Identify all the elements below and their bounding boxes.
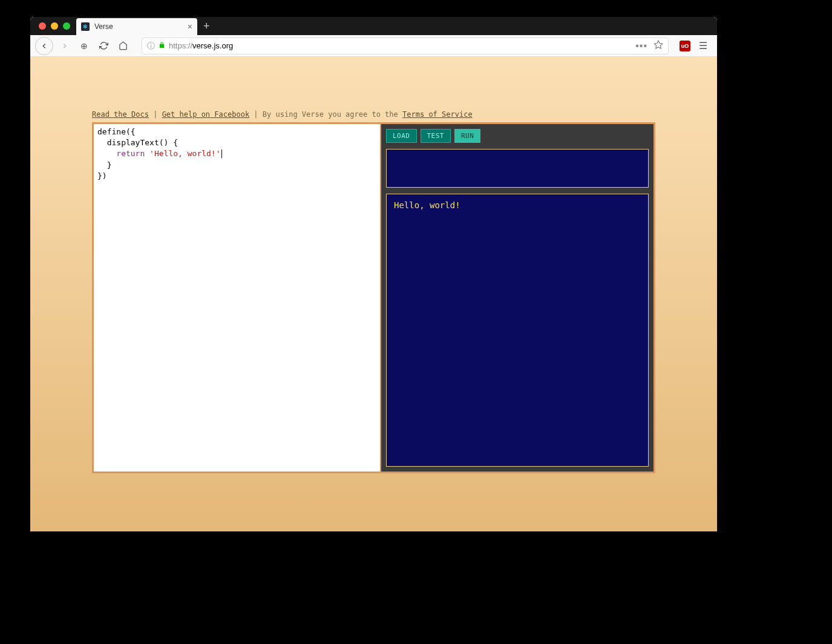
forward-button[interactable] xyxy=(57,38,73,54)
code-line: define({ xyxy=(97,127,136,136)
app-menu-button[interactable]: ☰ xyxy=(694,40,712,51)
code-editor[interactable]: define({ displayText() { return 'Hello, … xyxy=(94,124,381,472)
page-actions-button[interactable]: ••• xyxy=(635,41,647,51)
agree-text: By using Verse you agree to the xyxy=(263,110,398,119)
arrow-left-icon xyxy=(40,42,48,50)
output-panel-main: Hello, world! xyxy=(386,194,649,467)
output-panel-top xyxy=(386,149,649,188)
traffic-lights xyxy=(35,22,76,30)
ublock-label: uO xyxy=(681,43,689,49)
browser-tab[interactable]: ✻ Verse × xyxy=(76,18,197,35)
test-button[interactable]: TEST xyxy=(421,129,451,143)
code-line: } xyxy=(107,160,112,169)
code-line: }) xyxy=(97,171,107,180)
run-pane: LOAD TEST RUN Hello, world! xyxy=(381,124,653,472)
star-icon xyxy=(653,40,663,50)
code-line: return 'Hello, world!' xyxy=(116,149,221,158)
window-zoom-button[interactable] xyxy=(63,22,70,30)
arrow-right-icon xyxy=(61,42,69,50)
docs-link[interactable]: Read the Docs xyxy=(92,110,149,119)
page-content: Read the Docs | Get help on Facebook | B… xyxy=(30,57,717,531)
separator: | xyxy=(254,110,262,119)
ide-frame: define({ displayText() { return 'Hello, … xyxy=(92,122,655,473)
back-button[interactable] xyxy=(35,37,53,55)
site-info-icon[interactable]: ⓘ xyxy=(147,41,155,51)
ublock-extension-button[interactable]: uO xyxy=(680,41,690,51)
new-tab-button[interactable]: + xyxy=(197,20,216,33)
hamburger-icon: ☰ xyxy=(699,41,707,51)
url-actions: ••• xyxy=(635,40,663,52)
tab-bar: ✻ Verse × + xyxy=(30,17,717,35)
top-links: Read the Docs | Get help on Facebook | B… xyxy=(30,57,717,122)
url-bar[interactable]: ⓘ https://verse.js.org ••• xyxy=(142,38,669,54)
code-line: displayText() { xyxy=(107,138,178,147)
globe-icon: ⊕ xyxy=(80,41,88,51)
lock-icon xyxy=(159,42,165,50)
load-button[interactable]: LOAD xyxy=(386,129,417,143)
extensions-button[interactable]: ⊕ xyxy=(76,38,92,54)
text-cursor xyxy=(221,150,222,158)
svg-marker-0 xyxy=(654,41,662,48)
url-text: https://verse.js.org xyxy=(169,41,632,50)
tab-close-button[interactable]: × xyxy=(188,22,192,31)
window-minimize-button[interactable] xyxy=(51,22,58,30)
browser-window: ✻ Verse × + ⊕ ⓘ https://verse.js.org xyxy=(30,17,717,531)
tos-link[interactable]: Terms of Service xyxy=(402,110,473,119)
reload-button[interactable] xyxy=(96,38,111,54)
run-button[interactable]: RUN xyxy=(454,129,480,143)
home-icon xyxy=(119,41,128,50)
output-text: Hello, world! xyxy=(394,200,641,210)
separator: | xyxy=(153,110,162,119)
tab-title: Verse xyxy=(94,22,183,31)
bookmark-button[interactable] xyxy=(653,40,663,52)
facebook-help-link[interactable]: Get help on Facebook xyxy=(162,110,250,119)
run-toolbar: LOAD TEST RUN xyxy=(386,129,649,143)
window-close-button[interactable] xyxy=(39,22,46,30)
home-button[interactable] xyxy=(115,38,131,54)
favicon-icon: ✻ xyxy=(81,22,90,31)
reload-icon xyxy=(99,41,108,50)
nav-bar: ⊕ ⓘ https://verse.js.org ••• uO ☰ xyxy=(30,35,717,57)
